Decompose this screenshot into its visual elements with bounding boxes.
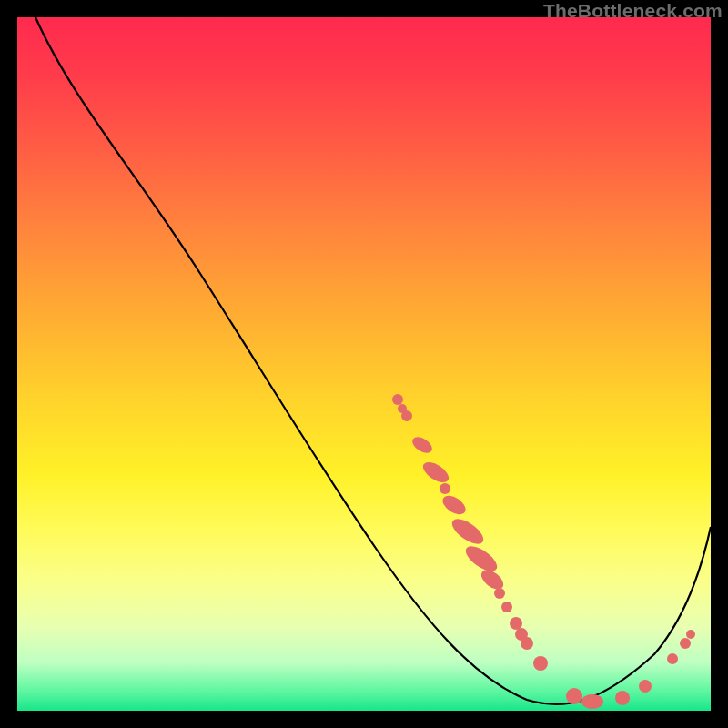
- chart-marker: [461, 541, 500, 576]
- chart-marker: [615, 691, 630, 705]
- watermark-label: TheBottleneck.com: [543, 0, 723, 22]
- chart-marker: [420, 459, 452, 487]
- chart-frame: [17, 17, 711, 711]
- chart-marker: [533, 656, 548, 671]
- chart-marker: [401, 410, 412, 421]
- chart-marker: [680, 638, 691, 649]
- chart-svg: [17, 17, 711, 711]
- chart-marker: [440, 483, 450, 494]
- chart-marker: [639, 680, 652, 693]
- chart-marker: [501, 602, 512, 612]
- chart-marker: [440, 492, 469, 519]
- chart-curve: [35, 17, 711, 704]
- chart-marker: [521, 637, 533, 650]
- chart-marker: [392, 394, 403, 405]
- chart-marker: [448, 514, 487, 549]
- chart-marker: [667, 653, 678, 664]
- chart-marker: [686, 630, 695, 639]
- chart-marker: [510, 617, 522, 630]
- chart-markers: [392, 394, 695, 709]
- chart-marker: [566, 688, 582, 704]
- chart-marker: [581, 694, 603, 709]
- chart-marker: [410, 434, 435, 457]
- chart-marker: [494, 588, 505, 599]
